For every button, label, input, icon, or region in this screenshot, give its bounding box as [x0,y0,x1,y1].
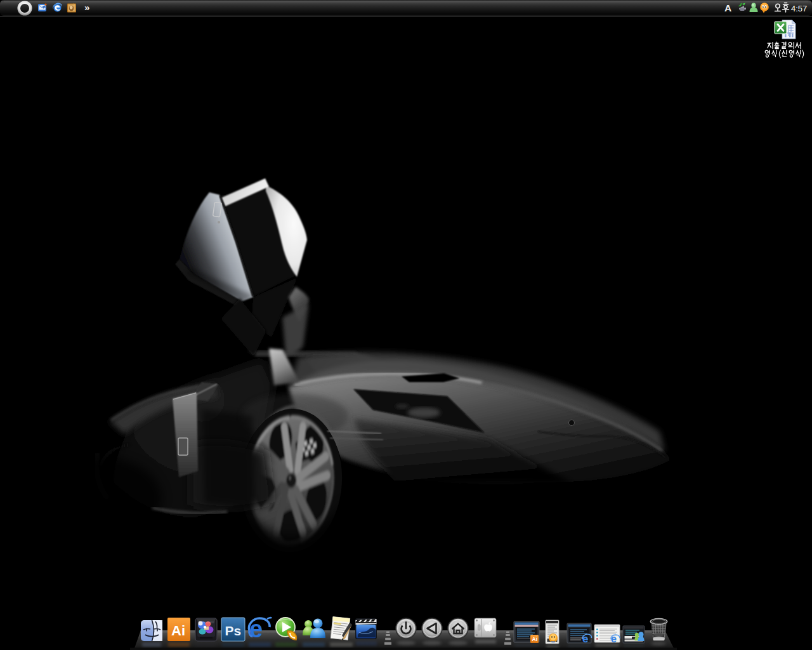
svg-text:Ps: Ps [225,623,242,638]
svg-text:Ai: Ai [171,623,185,639]
svg-text:Ai: Ai [532,636,538,642]
svg-text:»: » [84,2,89,13]
svg-text:A: A [724,3,731,13]
svg-text:4:57: 4:57 [791,4,807,13]
